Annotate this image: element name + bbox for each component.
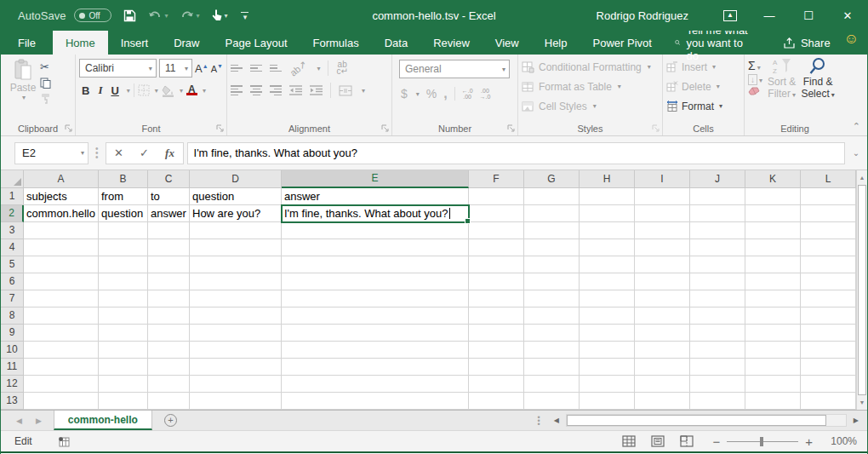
cell-D12[interactable]: [190, 376, 282, 393]
cell-J10[interactable]: [690, 342, 745, 359]
bold-button[interactable]: B: [79, 84, 92, 97]
cell-F9[interactable]: [469, 325, 524, 342]
bottom-align-button[interactable]: [270, 63, 282, 74]
name-box[interactable]: E2 ▾: [14, 142, 89, 164]
cell-K12[interactable]: [745, 376, 801, 393]
cell-styles-button[interactable]: Cell Styles ▾: [522, 96, 659, 116]
cell-E13[interactable]: [282, 393, 469, 410]
tab-review[interactable]: Review: [420, 31, 483, 55]
tab-power-pivot[interactable]: Power Pivot: [580, 31, 665, 55]
cell-G8[interactable]: [524, 307, 580, 325]
row-header-10[interactable]: 10: [1, 342, 24, 359]
cell-I3[interactable]: [635, 222, 690, 239]
cell-C11[interactable]: [148, 359, 190, 376]
cell-L1[interactable]: [801, 188, 856, 205]
cell-H2[interactable]: [580, 205, 635, 222]
merge-center-button[interactable]: [339, 85, 352, 96]
close-button[interactable]: ✕: [828, 0, 867, 31]
row-header-2[interactable]: 2: [1, 205, 24, 222]
enter-entry-button[interactable]: ✓: [132, 147, 157, 159]
orientation-button[interactable]: ab↗: [288, 58, 309, 78]
insert-function-button[interactable]: fx: [157, 147, 183, 160]
cell-C8[interactable]: [148, 307, 190, 325]
row-header-3[interactable]: 3: [1, 222, 24, 239]
cell-J13[interactable]: [690, 393, 745, 410]
cell-J2[interactable]: [690, 205, 745, 222]
cell-H1[interactable]: [580, 188, 635, 205]
cell-I6[interactable]: [635, 273, 690, 290]
fill-color-button[interactable]: [162, 84, 174, 97]
cell-F11[interactable]: [469, 359, 524, 376]
cell-C12[interactable]: [148, 376, 190, 393]
number-format-combo[interactable]: General ▾: [399, 60, 510, 78]
cell-F6[interactable]: [469, 273, 524, 290]
zoom-slider[interactable]: [727, 441, 798, 442]
cell-I13[interactable]: [635, 393, 690, 410]
undo-dropdown-icon[interactable]: ▾: [164, 12, 168, 20]
tab-page-layout[interactable]: Page Layout: [213, 31, 300, 55]
format-cells-button[interactable]: Format ▾: [666, 96, 740, 116]
cell-F12[interactable]: [469, 376, 524, 393]
cell-D13[interactable]: [190, 393, 282, 410]
cell-H3[interactable]: [580, 222, 635, 239]
tell-me-box[interactable]: Tell me what you want to do: [665, 31, 761, 55]
cell-F13[interactable]: [469, 393, 524, 410]
cell-L13[interactable]: [801, 393, 856, 410]
column-header-G[interactable]: G: [524, 170, 580, 188]
cell-I1[interactable]: [635, 188, 690, 205]
cell-I2[interactable]: [635, 205, 690, 222]
redo-button[interactable]: ▾: [180, 10, 199, 21]
cell-B1[interactable]: from: [99, 188, 148, 205]
cell-D6[interactable]: [190, 273, 282, 290]
cell-A11[interactable]: [24, 359, 99, 376]
conditional-formatting-dropdown-icon[interactable]: ▾: [648, 63, 651, 71]
increase-font-size-button[interactable]: A▲: [195, 62, 208, 75]
cell-styles-dropdown-icon[interactable]: ▾: [593, 102, 597, 110]
cell-I9[interactable]: [635, 325, 690, 342]
column-header-H[interactable]: H: [580, 170, 635, 188]
paste-button[interactable]: Paste ▾: [8, 59, 38, 104]
cell-J7[interactable]: [690, 290, 745, 307]
row-header-11[interactable]: 11: [1, 359, 24, 376]
accounting-dropdown-icon[interactable]: ▾: [416, 90, 420, 98]
scroll-down-icon[interactable]: ▼: [857, 395, 867, 410]
next-sheet-icon[interactable]: ▶: [36, 417, 42, 425]
macro-recording-button[interactable]: [58, 436, 70, 447]
cell-A6[interactable]: [24, 273, 99, 290]
cell-J8[interactable]: [690, 307, 745, 325]
cell-L8[interactable]: [801, 307, 856, 325]
row-header-4[interactable]: 4: [1, 239, 24, 256]
cell-H7[interactable]: [580, 290, 635, 307]
decrease-indent-button[interactable]: [289, 85, 302, 95]
cell-H9[interactable]: [580, 325, 635, 342]
cell-E9[interactable]: [282, 325, 469, 342]
touch-mouse-mode-button[interactable]: ▾: [211, 9, 227, 22]
sort-filter-button[interactable]: AZ Sort &Filter▾: [768, 57, 796, 101]
cell-E3[interactable]: [282, 222, 469, 239]
column-header-K[interactable]: K: [745, 170, 801, 188]
cell-A4[interactable]: [24, 239, 99, 256]
cell-B7[interactable]: [99, 290, 148, 307]
cell-C6[interactable]: [148, 273, 190, 290]
cell-J3[interactable]: [690, 222, 745, 239]
column-header-B[interactable]: B: [99, 170, 148, 188]
conditional-formatting-button[interactable]: Conditional Formatting ▾: [522, 57, 659, 77]
increase-decimal-button[interactable]: ←.0.00: [462, 88, 473, 100]
cell-J6[interactable]: [690, 273, 745, 290]
cell-G5[interactable]: [524, 256, 580, 273]
cell-K2[interactable]: [745, 205, 801, 222]
cell-H10[interactable]: [580, 342, 635, 359]
cell-K6[interactable]: [745, 273, 801, 290]
maximize-button[interactable]: ☐: [789, 0, 828, 31]
cell-E1[interactable]: answer: [282, 188, 469, 205]
previous-sheet-icon[interactable]: ◀: [16, 417, 22, 425]
cell-H11[interactable]: [580, 359, 635, 376]
cell-E11[interactable]: [282, 359, 469, 376]
cell-G12[interactable]: [524, 376, 580, 393]
redo-dropdown-icon[interactable]: ▾: [196, 12, 199, 20]
cell-A1[interactable]: subjects: [24, 188, 99, 205]
cell-E4[interactable]: [282, 239, 469, 256]
cell-D3[interactable]: [190, 222, 282, 239]
clear-button[interactable]: [748, 87, 762, 95]
feedback-smiley-icon[interactable]: ☺: [844, 31, 859, 55]
